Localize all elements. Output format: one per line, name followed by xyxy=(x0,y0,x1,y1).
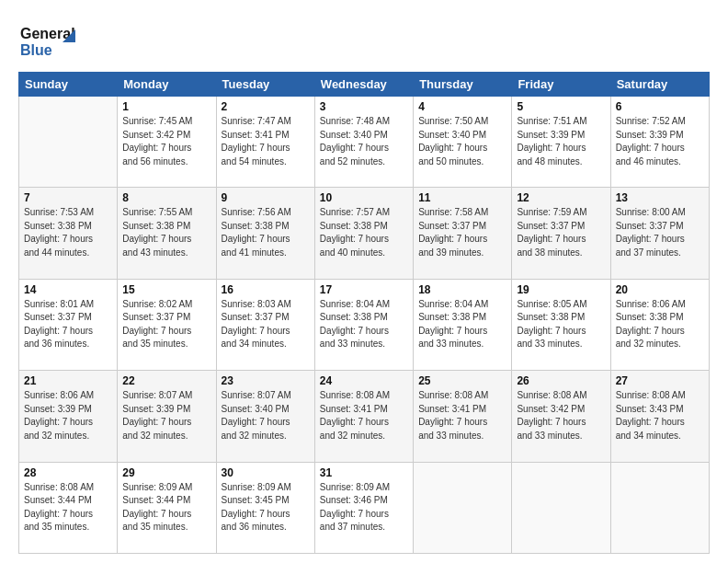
calendar-cell: 6Sunrise: 7:52 AM Sunset: 3:39 PM Daylig… xyxy=(610,97,709,188)
header: General Blue xyxy=(18,17,710,63)
day-number: 27 xyxy=(616,374,704,387)
day-info: Sunrise: 8:07 AM Sunset: 3:40 PM Dayligh… xyxy=(222,389,310,442)
calendar-cell: 4Sunrise: 7:50 AM Sunset: 3:40 PM Daylig… xyxy=(414,97,512,188)
calendar-cell: 10Sunrise: 7:57 AM Sunset: 3:38 PM Dayli… xyxy=(314,188,413,279)
calendar-cell: 30Sunrise: 8:09 AM Sunset: 3:45 PM Dayli… xyxy=(216,462,314,553)
calendar-cell: 3Sunrise: 7:48 AM Sunset: 3:40 PM Daylig… xyxy=(314,97,413,188)
col-header-friday: Friday xyxy=(512,73,610,97)
day-info: Sunrise: 8:09 AM Sunset: 3:44 PM Dayligh… xyxy=(122,481,210,534)
calendar-week-row: 14Sunrise: 8:01 AM Sunset: 3:37 PM Dayli… xyxy=(19,279,710,370)
col-header-sunday: Sunday xyxy=(19,73,118,97)
calendar-cell: 24Sunrise: 8:08 AM Sunset: 3:41 PM Dayli… xyxy=(314,371,413,462)
day-number: 14 xyxy=(24,283,112,296)
day-info: Sunrise: 8:00 AM Sunset: 3:37 PM Dayligh… xyxy=(616,206,704,259)
calendar-cell xyxy=(19,97,118,188)
day-number: 7 xyxy=(24,191,112,204)
day-info: Sunrise: 8:06 AM Sunset: 3:39 PM Dayligh… xyxy=(24,389,112,442)
day-info: Sunrise: 8:08 AM Sunset: 3:41 PM Dayligh… xyxy=(320,389,408,442)
day-info: Sunrise: 8:08 AM Sunset: 3:43 PM Dayligh… xyxy=(616,389,704,442)
col-header-wednesday: Wednesday xyxy=(314,73,413,97)
calendar-cell: 16Sunrise: 8:03 AM Sunset: 3:37 PM Dayli… xyxy=(216,279,314,370)
day-number: 24 xyxy=(320,374,408,387)
calendar-cell: 15Sunrise: 8:02 AM Sunset: 3:37 PM Dayli… xyxy=(118,279,216,370)
day-number: 11 xyxy=(418,191,506,204)
day-info: Sunrise: 7:57 AM Sunset: 3:38 PM Dayligh… xyxy=(320,206,408,259)
calendar-cell: 25Sunrise: 8:08 AM Sunset: 3:41 PM Dayli… xyxy=(414,371,512,462)
calendar-cell: 21Sunrise: 8:06 AM Sunset: 3:39 PM Dayli… xyxy=(19,371,118,462)
day-info: Sunrise: 7:52 AM Sunset: 3:39 PM Dayligh… xyxy=(616,115,704,168)
day-number: 5 xyxy=(517,100,605,113)
calendar-cell: 23Sunrise: 8:07 AM Sunset: 3:40 PM Dayli… xyxy=(216,371,314,462)
day-info: Sunrise: 8:09 AM Sunset: 3:46 PM Dayligh… xyxy=(320,481,408,534)
calendar-cell: 9Sunrise: 7:56 AM Sunset: 3:38 PM Daylig… xyxy=(216,188,314,279)
day-number: 12 xyxy=(517,191,605,204)
calendar-week-row: 28Sunrise: 8:08 AM Sunset: 3:44 PM Dayli… xyxy=(19,462,710,553)
day-number: 29 xyxy=(122,466,210,479)
day-info: Sunrise: 7:53 AM Sunset: 3:38 PM Dayligh… xyxy=(24,206,112,259)
day-number: 23 xyxy=(222,374,310,387)
day-number: 2 xyxy=(222,100,310,113)
calendar-cell: 1Sunrise: 7:45 AM Sunset: 3:42 PM Daylig… xyxy=(118,97,216,188)
day-number: 21 xyxy=(24,374,112,387)
day-info: Sunrise: 7:51 AM Sunset: 3:39 PM Dayligh… xyxy=(517,115,605,168)
day-info: Sunrise: 8:07 AM Sunset: 3:39 PM Dayligh… xyxy=(122,389,210,442)
calendar-week-row: 1Sunrise: 7:45 AM Sunset: 3:42 PM Daylig… xyxy=(19,97,710,188)
day-number: 9 xyxy=(222,191,310,204)
day-info: Sunrise: 8:04 AM Sunset: 3:38 PM Dayligh… xyxy=(418,298,506,351)
day-number: 4 xyxy=(418,100,506,113)
calendar-cell: 31Sunrise: 8:09 AM Sunset: 3:46 PM Dayli… xyxy=(314,462,413,553)
col-header-monday: Monday xyxy=(118,73,216,97)
day-number: 25 xyxy=(418,374,506,387)
day-number: 3 xyxy=(320,100,408,113)
day-info: Sunrise: 7:45 AM Sunset: 3:42 PM Dayligh… xyxy=(122,115,210,168)
day-number: 6 xyxy=(616,100,704,113)
calendar-cell: 29Sunrise: 8:09 AM Sunset: 3:44 PM Dayli… xyxy=(118,462,216,553)
day-number: 17 xyxy=(320,283,408,296)
calendar-cell: 19Sunrise: 8:05 AM Sunset: 3:38 PM Dayli… xyxy=(512,279,610,370)
day-number: 28 xyxy=(24,466,112,479)
day-info: Sunrise: 8:03 AM Sunset: 3:37 PM Dayligh… xyxy=(222,298,310,351)
calendar-cell xyxy=(414,462,512,553)
day-number: 26 xyxy=(517,374,605,387)
calendar-table: SundayMondayTuesdayWednesdayThursdayFrid… xyxy=(18,72,710,554)
day-number: 20 xyxy=(616,283,704,296)
calendar-cell: 27Sunrise: 8:08 AM Sunset: 3:43 PM Dayli… xyxy=(610,371,709,462)
calendar-cell: 2Sunrise: 7:47 AM Sunset: 3:41 PM Daylig… xyxy=(216,97,314,188)
calendar-cell: 14Sunrise: 8:01 AM Sunset: 3:37 PM Dayli… xyxy=(19,279,118,370)
calendar-cell: 12Sunrise: 7:59 AM Sunset: 3:37 PM Dayli… xyxy=(512,188,610,279)
day-number: 15 xyxy=(122,283,210,296)
day-number: 30 xyxy=(222,466,310,479)
day-number: 22 xyxy=(122,374,210,387)
day-info: Sunrise: 8:01 AM Sunset: 3:37 PM Dayligh… xyxy=(24,298,112,351)
col-header-thursday: Thursday xyxy=(414,73,512,97)
calendar-cell: 22Sunrise: 8:07 AM Sunset: 3:39 PM Dayli… xyxy=(118,371,216,462)
day-info: Sunrise: 8:06 AM Sunset: 3:38 PM Dayligh… xyxy=(616,298,704,351)
day-number: 1 xyxy=(122,100,210,113)
day-info: Sunrise: 7:58 AM Sunset: 3:37 PM Dayligh… xyxy=(418,206,506,259)
day-info: Sunrise: 8:05 AM Sunset: 3:38 PM Dayligh… xyxy=(517,298,605,351)
calendar-cell xyxy=(610,462,709,553)
day-info: Sunrise: 8:09 AM Sunset: 3:45 PM Dayligh… xyxy=(222,481,310,534)
day-info: Sunrise: 7:47 AM Sunset: 3:41 PM Dayligh… xyxy=(222,115,310,168)
calendar-cell: 28Sunrise: 8:08 AM Sunset: 3:44 PM Dayli… xyxy=(19,462,118,553)
day-info: Sunrise: 7:55 AM Sunset: 3:38 PM Dayligh… xyxy=(122,206,210,259)
page: General Blue SundayMondayTuesdayWednesda… xyxy=(0,0,728,563)
calendar-cell: 5Sunrise: 7:51 AM Sunset: 3:39 PM Daylig… xyxy=(512,97,610,188)
day-info: Sunrise: 8:02 AM Sunset: 3:37 PM Dayligh… xyxy=(122,298,210,351)
calendar-week-row: 7Sunrise: 7:53 AM Sunset: 3:38 PM Daylig… xyxy=(19,188,710,279)
calendar-cell xyxy=(512,462,610,553)
day-number: 16 xyxy=(222,283,310,296)
day-number: 8 xyxy=(122,191,210,204)
calendar-header-row: SundayMondayTuesdayWednesdayThursdayFrid… xyxy=(19,73,710,97)
calendar-cell: 17Sunrise: 8:04 AM Sunset: 3:38 PM Dayli… xyxy=(314,279,413,370)
day-info: Sunrise: 7:59 AM Sunset: 3:37 PM Dayligh… xyxy=(517,206,605,259)
calendar-cell: 18Sunrise: 8:04 AM Sunset: 3:38 PM Dayli… xyxy=(414,279,512,370)
day-info: Sunrise: 7:50 AM Sunset: 3:40 PM Dayligh… xyxy=(418,115,506,168)
col-header-saturday: Saturday xyxy=(610,73,709,97)
day-number: 10 xyxy=(320,191,408,204)
svg-text:Blue: Blue xyxy=(20,42,52,58)
day-info: Sunrise: 7:56 AM Sunset: 3:38 PM Dayligh… xyxy=(222,206,310,259)
day-number: 19 xyxy=(517,283,605,296)
calendar-cell: 8Sunrise: 7:55 AM Sunset: 3:38 PM Daylig… xyxy=(118,188,216,279)
calendar-cell: 7Sunrise: 7:53 AM Sunset: 3:38 PM Daylig… xyxy=(19,188,118,279)
